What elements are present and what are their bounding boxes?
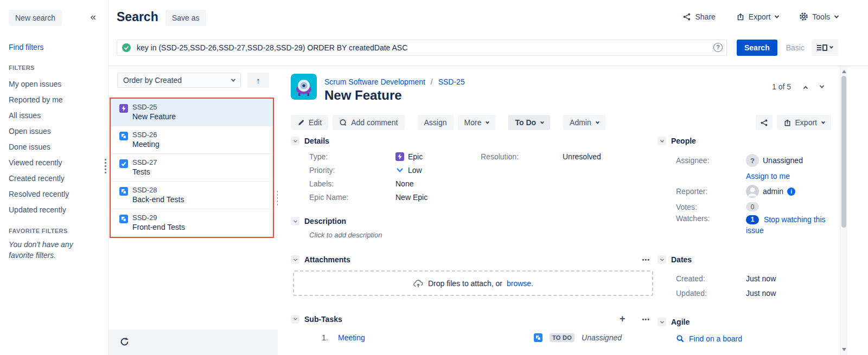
collapse-section-icon[interactable] bbox=[291, 255, 299, 264]
share-issue-button[interactable] bbox=[756, 115, 773, 130]
assign-to-me-link[interactable]: Assign to me bbox=[746, 172, 790, 180]
details-section-header[interactable]: Details bbox=[291, 137, 658, 145]
status-transition-button[interactable]: To Do bbox=[508, 115, 550, 130]
dates-section-header[interactable]: Dates bbox=[658, 255, 840, 264]
sidebar-item-my-open-issues[interactable]: My open issues bbox=[9, 76, 69, 92]
description-section-header[interactable]: Description bbox=[291, 217, 658, 225]
scrollbar-thumb[interactable] bbox=[841, 76, 846, 228]
detail-view-icon bbox=[817, 44, 827, 51]
previous-issue-icon[interactable] bbox=[803, 86, 808, 91]
people-section-header[interactable]: People bbox=[658, 137, 840, 145]
chevron-down-icon bbox=[596, 120, 599, 124]
scroll-up-arrow[interactable] bbox=[842, 70, 846, 73]
priority-value: Low bbox=[395, 166, 481, 175]
votes-label: Votes: bbox=[676, 203, 746, 211]
labels-value: None bbox=[395, 179, 481, 188]
watchers-badge[interactable]: 1 bbox=[746, 215, 759, 224]
find-on-board-link[interactable]: Find on a board bbox=[689, 334, 742, 343]
order-by-select[interactable]: Order by Created bbox=[117, 73, 241, 88]
sidebar-item-done-issues[interactable]: Done issues bbox=[9, 139, 69, 155]
add-comment-button[interactable]: Add comment bbox=[333, 115, 404, 130]
page-title: Search bbox=[117, 10, 158, 24]
reporter-value: admin bbox=[763, 187, 783, 196]
edit-button[interactable]: Edit bbox=[291, 115, 328, 130]
admin-menu-button[interactable]: Admin bbox=[563, 115, 605, 130]
issue-row-ssd-26[interactable]: SSD-26 Meeting bbox=[111, 126, 273, 154]
export-label: Export bbox=[749, 12, 770, 21]
sidebar-resize-handle[interactable] bbox=[105, 159, 106, 173]
subtask-icon bbox=[119, 132, 128, 140]
type-label: Type: bbox=[309, 152, 395, 161]
votes-badge[interactable]: 0 bbox=[746, 202, 759, 211]
sidebar-item-created-recently[interactable]: Created recently bbox=[9, 171, 69, 186]
basic-mode-link[interactable]: Basic bbox=[786, 43, 805, 52]
sidebar-item-all-issues[interactable]: All issues bbox=[9, 108, 69, 124]
next-issue-icon[interactable] bbox=[820, 83, 824, 88]
sidebar-item-open-issues[interactable]: Open issues bbox=[9, 124, 69, 139]
layout-switch-button[interactable] bbox=[812, 39, 838, 56]
export-issue-button[interactable]: Export bbox=[777, 115, 831, 130]
attachment-dropzone[interactable]: Drop files to attach, or browse. bbox=[293, 270, 653, 296]
syntax-help-icon[interactable]: ? bbox=[713, 43, 723, 52]
share-button[interactable]: Share bbox=[682, 12, 715, 21]
collapse-section-icon[interactable] bbox=[658, 255, 666, 264]
issue-row-ssd-29[interactable]: SSD-29 Front-end Tests bbox=[111, 209, 273, 237]
subtask-row[interactable]: 1. Meeting TO DO Unassigned bbox=[291, 333, 658, 342]
cloud-upload-icon bbox=[413, 279, 424, 288]
attachments-section-header[interactable]: Attachments ••• bbox=[291, 255, 658, 264]
find-filters-link[interactable]: Find filters bbox=[9, 43, 44, 51]
tools-button[interactable]: Tools bbox=[799, 12, 838, 21]
jql-search-input[interactable] bbox=[117, 40, 727, 56]
add-comment-label: Add comment bbox=[351, 118, 398, 127]
collapse-section-icon[interactable] bbox=[291, 137, 299, 145]
assign-button[interactable]: Assign bbox=[418, 115, 454, 130]
issue-key: SSD-26 bbox=[132, 131, 159, 139]
new-search-button[interactable]: New search bbox=[9, 10, 62, 26]
collapse-section-icon[interactable] bbox=[658, 318, 666, 326]
collapse-section-icon[interactable] bbox=[658, 137, 666, 145]
more-menu-button[interactable]: More bbox=[458, 115, 496, 130]
reporter-label: Reporter: bbox=[676, 187, 746, 196]
add-subtask-icon[interactable]: + bbox=[620, 313, 626, 325]
sort-direction-button[interactable]: ↑ bbox=[247, 73, 269, 88]
breadcrumb-issue-link[interactable]: SSD-25 bbox=[438, 78, 465, 86]
issue-row-ssd-28[interactable]: SSD-28 Back-end Tests bbox=[111, 182, 273, 209]
collapse-section-icon[interactable] bbox=[291, 217, 299, 225]
save-as-button[interactable]: Save as bbox=[165, 10, 206, 26]
export-button[interactable]: Export bbox=[736, 12, 778, 21]
subtasks-menu-icon[interactable]: ••• bbox=[642, 316, 650, 322]
refresh-icon[interactable] bbox=[119, 337, 130, 347]
chevron-down-icon bbox=[775, 14, 779, 18]
agile-section-header[interactable]: Agile bbox=[658, 318, 840, 326]
order-by-label: Order by Created bbox=[123, 76, 182, 85]
issue-summary: Meeting bbox=[132, 140, 159, 149]
dates-section: Dates Created: Just now Updated: Just no… bbox=[658, 255, 840, 300]
breadcrumb-separator: / bbox=[431, 78, 433, 86]
sidebar-item-resolved-recently[interactable]: Resolved recently bbox=[9, 186, 69, 202]
subtask-status-badge: TO DO bbox=[550, 333, 575, 342]
chevron-down-icon bbox=[231, 77, 235, 81]
watchers-label: Watchers: bbox=[676, 214, 746, 223]
attachments-menu-icon[interactable]: ••• bbox=[642, 256, 650, 263]
breadcrumb-project-link[interactable]: Scrum Software Development bbox=[324, 78, 425, 86]
subtasks-section-header[interactable]: Sub-Tasks + ••• bbox=[291, 313, 658, 325]
scroll-down-arrow[interactable] bbox=[842, 348, 846, 351]
sidebar-item-viewed-recently[interactable]: Viewed recently bbox=[9, 155, 69, 171]
collapse-sidebar-icon[interactable]: « bbox=[90, 11, 96, 23]
info-icon[interactable]: i bbox=[787, 188, 795, 196]
sidebar-item-reported-by-me[interactable]: Reported by me bbox=[9, 92, 69, 108]
favorite-filters-empty-text: You don't have any favorite filters. bbox=[9, 239, 93, 261]
sidebar-item-updated-recently[interactable]: Updated recently bbox=[9, 202, 69, 218]
valid-query-icon bbox=[122, 43, 131, 53]
sidebar: New search « Find filters FILTERS My ope… bbox=[0, 0, 108, 355]
collapse-section-icon[interactable] bbox=[291, 315, 299, 324]
issue-row-ssd-25[interactable]: SSD-25 New Feature bbox=[111, 99, 273, 126]
more-label: More bbox=[464, 118, 482, 127]
description-placeholder[interactable]: Click to add description bbox=[309, 231, 658, 239]
issue-row-ssd-27[interactable]: SSD-27 Tests bbox=[111, 154, 273, 182]
search-button[interactable]: Search bbox=[737, 40, 777, 56]
agile-heading: Agile bbox=[671, 318, 690, 326]
browse-link[interactable]: browse. bbox=[507, 279, 533, 288]
header-actions: Share Export Tools bbox=[682, 12, 838, 21]
subtask-link[interactable]: Meeting bbox=[338, 333, 365, 342]
